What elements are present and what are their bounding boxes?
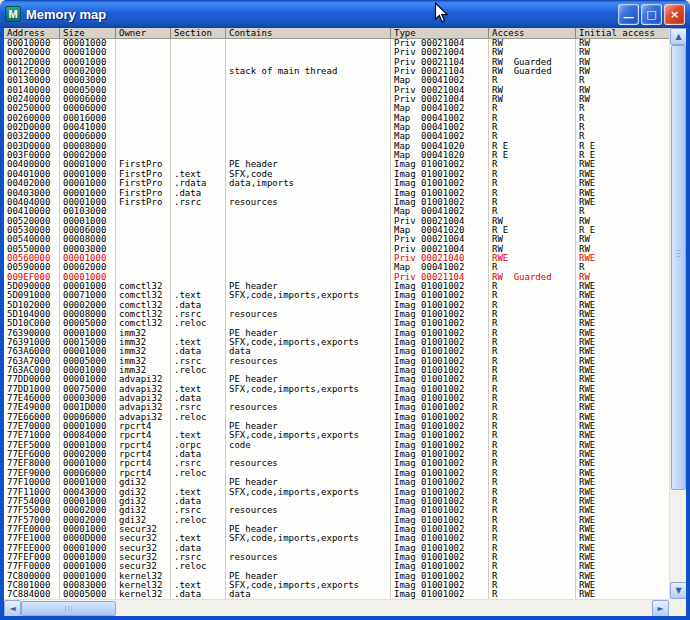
table-row[interactable]: 0002000000001000Priv 00021004RWRW — [4, 48, 669, 57]
table-row[interactable]: 0040100000001000FirstPro.textSFX,codeIma… — [4, 170, 669, 179]
table-row[interactable]: 77E4600000003000advapi32.dataImag 010010… — [4, 394, 669, 403]
horizontal-scroll-thumb[interactable] — [21, 601, 116, 616]
cell-type: Imag 01001002 — [391, 403, 489, 412]
cell-type: Imag 01001002 — [391, 357, 489, 366]
cell-type: Imag 01001002 — [391, 562, 489, 571]
table-row[interactable]: 0052000000001000Priv 00021004RWRW — [4, 217, 669, 226]
cell-owner — [116, 245, 171, 254]
table-row[interactable]: 0012E00000002000stack of main threadPriv… — [4, 67, 669, 76]
table-row[interactable]: 5D09000000001000comctl32PE headerImag 01… — [4, 282, 669, 291]
maximize-button[interactable]: □ — [641, 4, 662, 25]
table-row[interactable]: 003F000000002000Map 00041020R ER E — [4, 151, 669, 160]
cell-section: .data — [171, 590, 226, 599]
table-row[interactable]: 77EF900000006000rpcrt4.relocImag 0100100… — [4, 469, 669, 478]
table-row[interactable]: 77FEE00000001000secur32.dataImag 0100100… — [4, 544, 669, 553]
table-row[interactable]: 77FE10000000D000secur32.textSFX,code,imp… — [4, 534, 669, 543]
vertical-scroll-thumb[interactable] — [671, 45, 686, 490]
column-header-address[interactable]: Address — [4, 28, 60, 38]
table-row[interactable]: 0025000000006000Map 00041002RR — [4, 104, 669, 113]
cell-contains — [226, 132, 391, 141]
table-row[interactable]: 003D000000008000Map 00041020R ER E — [4, 142, 669, 151]
table-row[interactable]: 77F5700000002000gdi32.relocImag 01001002… — [4, 516, 669, 525]
scroll-left-button[interactable]: ◄ — [4, 600, 21, 616]
cell-initial: RWE — [576, 179, 669, 188]
table-row[interactable]: 763A700000005000imm32.rsrcresourcesImag … — [4, 357, 669, 366]
table-row[interactable]: 0001000000001000Priv 00021004RWRW — [4, 39, 669, 48]
table-row[interactable]: 0032000000006000Map 00041002RR — [4, 132, 669, 141]
column-header-access[interactable]: Access — [489, 28, 576, 38]
table-row[interactable]: 0012D00000001000Priv 00021104RW GuardedR… — [4, 58, 669, 67]
table-row[interactable]: 77EF800000001000rpcrt4.rsrcresourcesImag… — [4, 459, 669, 468]
cell-type: Imag 01001002 — [391, 497, 489, 506]
table-row[interactable]: 5D10200000002000comctl32.dataImag 010010… — [4, 301, 669, 310]
table-row[interactable]: 0040200000001000FirstPro.rdatadata,impor… — [4, 179, 669, 188]
table-row[interactable]: 5D09100000071000comctl32.textSFX,code,im… — [4, 291, 669, 300]
table-row[interactable]: 77E490000001D000advapi32.rsrcresourcesIm… — [4, 403, 669, 412]
table-row[interactable]: 77F5500000002000gdi32.rsrcresourcesImag … — [4, 506, 669, 515]
cell-initial: RWE — [576, 366, 669, 375]
column-header-owner[interactable]: Owner — [116, 28, 171, 38]
minimize-button[interactable]: — — [618, 4, 639, 25]
table-row[interactable]: 77FEF00000001000secur32.rsrcresourcesIma… — [4, 553, 669, 562]
table-row[interactable]: 77EF600000002000rpcrt4.dataImag 01001002… — [4, 450, 669, 459]
table-row[interactable]: 0059000000002000Map 00041002RR — [4, 263, 669, 272]
cell-address: 77EF8000 — [4, 459, 60, 468]
table-row[interactable]: 0013000000003000Map 00041002RR — [4, 76, 669, 85]
table-row[interactable]: 77F1100000043000gdi32.textSFX,code,impor… — [4, 488, 669, 497]
titlebar[interactable]: M Memory map — □ × — [0, 0, 690, 28]
cell-access: R E — [489, 151, 576, 160]
table-row[interactable]: 77F1000000001000gdi32PE headerImag 01001… — [4, 478, 669, 487]
table-row[interactable]: 77DD100000075000advapi32.textSFX,code,im… — [4, 385, 669, 394]
table-row[interactable]: 0055000000003000Priv 00021004RWRW — [4, 245, 669, 254]
table-row[interactable]: 77EF500000001000rpcrt4.orpccodeImag 0100… — [4, 441, 669, 450]
table-row[interactable]: 77E6600000006000advapi32.relocImag 01001… — [4, 413, 669, 422]
table-row[interactable]: 0014000000005000Priv 00021004RWRW — [4, 86, 669, 95]
table-row[interactable]: 763A600000001000imm32.datadataImag 01001… — [4, 347, 669, 356]
table-row[interactable]: 77F5400000001000gdi32.dataImag 01001002R… — [4, 497, 669, 506]
table-row[interactable]: 0040000000001000FirstProPE headerImag 01… — [4, 160, 669, 169]
table-row[interactable]: 7639100000015000imm32.textSFX,code,impor… — [4, 338, 669, 347]
cell-type: Map 00041020 — [391, 151, 489, 160]
table-row[interactable]: 009EF00000001000Priv 00021104RW GuardedR… — [4, 273, 669, 282]
cell-owner: imm32 — [116, 366, 171, 375]
cell-access: R — [489, 478, 576, 487]
table-row[interactable]: 0054000000008000Priv 00021004RWRW — [4, 235, 669, 244]
column-header-initial[interactable]: Initial access — [576, 28, 669, 38]
cell-contains — [226, 450, 391, 459]
vertical-scrollbar[interactable]: ▲ ▼ — [669, 28, 686, 599]
table-row[interactable]: 0056000000001000Priv 00021040RWERWE — [4, 254, 669, 263]
column-header-size[interactable]: Size — [60, 28, 116, 38]
table-row[interactable]: 77DD000000001000advapi32PE headerImag 01… — [4, 375, 669, 384]
table-row[interactable]: 7C88400000005000kernel32.datadataImag 01… — [4, 590, 669, 599]
table-row[interactable]: 0041000000103000Map 00041002RR — [4, 207, 669, 216]
table-row[interactable]: 77E7100000084000rpcrt4.textSFX,code,impo… — [4, 431, 669, 440]
cell-initial: RWE — [576, 189, 669, 198]
scroll-right-button[interactable]: ► — [652, 600, 669, 616]
table-row[interactable]: 0053000000006000Map 00041020R ER E — [4, 226, 669, 235]
cell-access: R — [489, 441, 576, 450]
table-row[interactable]: 5D10C00000005000comctl32.relocImag 01001… — [4, 319, 669, 328]
table-row[interactable]: 77E7000000001000rpcrt4PE headerImag 0100… — [4, 422, 669, 431]
column-header-contains[interactable]: Contains — [226, 28, 391, 38]
table-row[interactable]: 0040300000001000FirstPro.dataImag 010010… — [4, 189, 669, 198]
scroll-up-button[interactable]: ▲ — [670, 28, 686, 45]
table-row[interactable]: 77FF000000001000secur32.relocImag 010010… — [4, 562, 669, 571]
table-row[interactable]: 0024000000006000Priv 00021004RWRW — [4, 95, 669, 104]
table-row[interactable]: 002D000000041000Map 00041002RR — [4, 123, 669, 132]
scroll-down-button[interactable]: ▼ — [670, 582, 686, 599]
table-row[interactable]: 7C80100000083000kernel32.textSFX,code,im… — [4, 581, 669, 590]
table-row[interactable]: 77FE000000001000secur32PE headerImag 010… — [4, 525, 669, 534]
table-row[interactable]: 0040400000001000FirstPro.rsrcresourcesIm… — [4, 198, 669, 207]
horizontal-scrollbar[interactable]: ◄ ► — [4, 599, 669, 616]
cell-initial: RW — [576, 273, 669, 282]
cell-contains — [226, 263, 391, 272]
close-button[interactable]: × — [664, 4, 685, 25]
table-row[interactable]: 7C80000000001000kernel32PE headerImag 01… — [4, 572, 669, 581]
column-header-type[interactable]: Type — [391, 28, 489, 38]
cell-size: 00001000 — [60, 422, 116, 431]
table-row[interactable]: 0026000000016000Map 00041002RR — [4, 114, 669, 123]
column-header-section[interactable]: Section — [171, 28, 226, 38]
table-row[interactable]: 763AC00000001000imm32.relocImag 01001002… — [4, 366, 669, 375]
table-row[interactable]: 5D10400000008000comctl32.rsrcresourcesIm… — [4, 310, 669, 319]
table-row[interactable]: 7639000000001000imm32PE headerImag 01001… — [4, 329, 669, 338]
